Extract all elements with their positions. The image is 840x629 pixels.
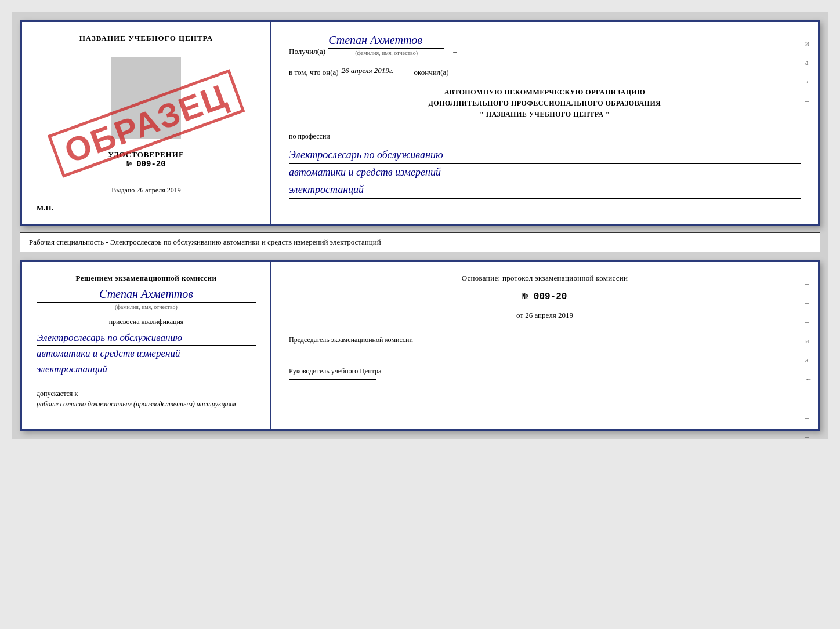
dopuskaetsya-label: допускается к bbox=[37, 390, 78, 398]
bottom-left-panel: Решением экзаменационной комиссии Степан… bbox=[22, 262, 271, 429]
okonchil-label: окончил(а) bbox=[414, 68, 449, 77]
vtom-label: в том, что он(а) bbox=[289, 68, 339, 77]
fio-hint-top: (фамилия, имя, отчество) bbox=[328, 50, 444, 56]
org-line3: " НАЗВАНИЕ УЧЕБНОГО ЦЕНТРА " bbox=[289, 109, 801, 120]
dopusk-text: работе согласно должностным (производств… bbox=[37, 400, 236, 409]
doc-right-panel: Получил(а) Степан Ахметтов (фамилия, имя… bbox=[271, 22, 818, 224]
qual-line2: автоматики и средств измерений bbox=[37, 347, 256, 361]
udostoverenie-block: УДОСТОВЕРЕНИЕ № 009-20 bbox=[108, 150, 184, 169]
qual-lines: Электрослесарь по обслуживанию автоматик… bbox=[37, 331, 256, 376]
fio-hint-bottom: (фамилия, имя, отчество) bbox=[37, 304, 256, 310]
poluchil-line: Получил(а) Степан Ахметтов (фамилия, имя… bbox=[289, 34, 801, 56]
udostoverenie-number: № 009-20 bbox=[108, 159, 184, 169]
profession-lines: Электрослесарь по обслуживанию автоматик… bbox=[289, 148, 801, 199]
prisvoena-label: присвоена квалификация bbox=[37, 318, 256, 326]
page-container: НАЗВАНИЕ УЧЕБНОГО ЦЕНТРА УДОСТОВЕРЕНИЕ №… bbox=[12, 12, 828, 439]
prof-line2: автоматики и средств измерений bbox=[289, 165, 801, 181]
rukovoditel-block: Руководитель учебного Центра bbox=[289, 366, 801, 380]
vtom-line: в том, что он(а) 26 апреля 2019г. окончи… bbox=[289, 66, 801, 77]
predsedatel-block: Председатель экзаменационной комиссии bbox=[289, 335, 801, 348]
vydano-label: Выдано bbox=[111, 186, 135, 194]
protocol-number: № 009-20 bbox=[289, 292, 801, 302]
dopuskaetsya-line: допускается к работе согласно должностны… bbox=[37, 390, 256, 409]
protocol-date: от 26 апреля 2019 bbox=[289, 311, 801, 320]
ot-date: 26 апреля 2019 bbox=[525, 311, 573, 319]
document-top: НАЗВАНИЕ УЧЕБНОГО ЦЕНТРА УДОСТОВЕРЕНИЕ №… bbox=[20, 20, 820, 226]
vydano-line: Выдано 26 апреля 2019 bbox=[111, 186, 180, 195]
qual-line1: Электрослесарь по обслуживанию bbox=[37, 331, 256, 346]
org-line2: ДОПОЛНИТЕЛЬНОГО ПРОФЕССИОНАЛЬНОГО ОБРАЗО… bbox=[289, 98, 801, 109]
vtom-date: 26 апреля 2019г. bbox=[342, 66, 411, 77]
org-line1: АВТОНОМНУЮ НЕКОММЕРЧЕСКУЮ ОРГАНИЗАЦИЮ bbox=[289, 87, 801, 98]
left-title: НАЗВАНИЕ УЧЕБНОГО ЦЕНТРА bbox=[79, 34, 213, 43]
predsedatel-signature-line bbox=[289, 348, 376, 348]
predsedatel-text: Председатель экзаменационной комиссии bbox=[289, 335, 801, 345]
ot-label: от bbox=[516, 311, 523, 319]
org-block: АВТОНОМНУЮ НЕКОММЕРЧЕСКУЮ ОРГАНИЗАЦИЮ ДО… bbox=[289, 87, 801, 121]
prof-line1: Электрослесарь по обслуживанию bbox=[289, 148, 801, 164]
qual-line3: электростанций bbox=[37, 362, 256, 377]
vydano-date: 26 апреля 2019 bbox=[136, 186, 180, 194]
reshenjem-title: Решением экзаменационной комиссии bbox=[37, 274, 256, 283]
dash-top: – bbox=[453, 47, 457, 56]
rukovoditel-text: Руководитель учебного Центра bbox=[289, 366, 801, 376]
right-deco: и а ← – – – – bbox=[805, 39, 812, 163]
specialty-text: Рабочая специальность - Электрослесарь п… bbox=[20, 232, 820, 252]
prof-line3: электростанций bbox=[289, 183, 801, 199]
photo-placeholder bbox=[111, 57, 181, 139]
poluchil-name: Степан Ахметтов bbox=[328, 34, 444, 49]
udostoverenie-label: УДОСТОВЕРЕНИЕ bbox=[108, 150, 184, 159]
mp-line: М.П. bbox=[37, 203, 53, 213]
rukovoditel-signature-line bbox=[289, 379, 376, 380]
document-bottom: Решением экзаменационной комиссии Степан… bbox=[20, 260, 820, 431]
doc-left-panel: НАЗВАНИЕ УЧЕБНОГО ЦЕНТРА УДОСТОВЕРЕНИЕ №… bbox=[22, 22, 271, 224]
bottom-right-deco: – – – и а ← – – – bbox=[805, 279, 812, 441]
bottom-right-panel: Основание: протокол экзаменационной коми… bbox=[271, 262, 818, 429]
po-professii-label: по профессии bbox=[289, 132, 801, 141]
poluchil-label: Получил(а) bbox=[289, 47, 325, 56]
osnovanie-text: Основание: протокол экзаменационной коми… bbox=[289, 274, 801, 283]
bottom-name: Степан Ахметтов bbox=[37, 288, 256, 303]
